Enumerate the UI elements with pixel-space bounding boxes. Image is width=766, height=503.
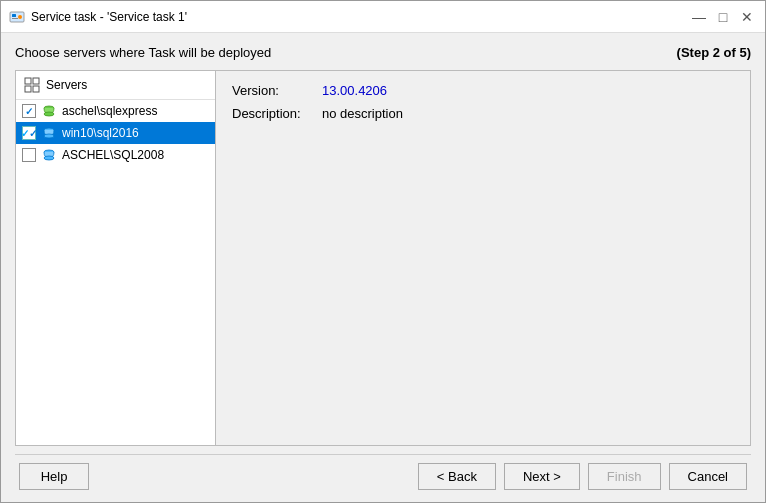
content-area: Choose servers where Task will be deploy… bbox=[1, 33, 765, 502]
svg-point-11 bbox=[44, 134, 54, 138]
description-value: no description bbox=[322, 106, 403, 121]
title-bar-left: Service task - 'Service task 1' bbox=[9, 9, 187, 25]
svg-point-9 bbox=[44, 112, 54, 116]
cancel-button[interactable]: Cancel bbox=[669, 463, 747, 490]
server-checkbox-3[interactable] bbox=[22, 148, 36, 162]
server-item[interactable]: aschel\sqlexpress bbox=[16, 100, 215, 122]
svg-rect-6 bbox=[25, 86, 31, 92]
server-item-selected[interactable]: ✓ win10\sql2016 bbox=[16, 122, 215, 144]
main-window: Service task - 'Service task 1' — □ ✕ Ch… bbox=[0, 0, 766, 503]
server-list-header: Servers bbox=[16, 71, 215, 100]
service-task-icon bbox=[9, 9, 25, 25]
detail-panel: Version: 13.00.4206 Description: no desc… bbox=[216, 71, 750, 445]
bottom-left: Help bbox=[19, 463, 89, 490]
server-list-panel: Servers aschel\sqlexpress bbox=[16, 71, 216, 445]
server-db-icon-3 bbox=[41, 147, 57, 163]
instruction-text: Choose servers where Task will be deploy… bbox=[15, 45, 271, 60]
next-button[interactable]: Next > bbox=[504, 463, 580, 490]
server-item-3[interactable]: ASCHEL\SQL2008 bbox=[16, 144, 215, 166]
server-db-icon-1 bbox=[41, 103, 57, 119]
close-button[interactable]: ✕ bbox=[737, 7, 757, 27]
server-checkbox-1[interactable] bbox=[22, 104, 36, 118]
bottom-right: < Back Next > Finish Cancel bbox=[418, 463, 747, 490]
step-indicator: (Step 2 of 5) bbox=[677, 45, 751, 60]
version-value: 13.00.4206 bbox=[322, 83, 387, 98]
title-controls: — □ ✕ bbox=[689, 7, 757, 27]
server-name-3: ASCHEL\SQL2008 bbox=[62, 148, 164, 162]
version-label: Version: bbox=[232, 83, 322, 98]
top-bar: Choose servers where Task will be deploy… bbox=[15, 45, 751, 60]
description-label: Description: bbox=[232, 106, 322, 121]
svg-rect-5 bbox=[33, 78, 39, 84]
back-button[interactable]: < Back bbox=[418, 463, 496, 490]
finish-button[interactable]: Finish bbox=[588, 463, 661, 490]
servers-header-icon bbox=[24, 77, 40, 93]
version-row: Version: 13.00.4206 bbox=[232, 83, 734, 98]
svg-rect-4 bbox=[25, 78, 31, 84]
svg-rect-3 bbox=[12, 18, 18, 19]
main-panel: Servers aschel\sqlexpress bbox=[15, 70, 751, 446]
bottom-bar: Help < Back Next > Finish Cancel bbox=[15, 454, 751, 494]
svg-point-13 bbox=[44, 156, 54, 160]
maximize-button[interactable]: □ bbox=[713, 7, 733, 27]
server-name-1: aschel\sqlexpress bbox=[62, 104, 157, 118]
svg-rect-1 bbox=[12, 14, 16, 17]
help-button[interactable]: Help bbox=[19, 463, 89, 490]
server-name-2: win10\sql2016 bbox=[62, 126, 139, 140]
window-title: Service task - 'Service task 1' bbox=[31, 10, 187, 24]
svg-point-2 bbox=[18, 15, 22, 19]
server-checkbox-2[interactable]: ✓ bbox=[22, 126, 36, 140]
server-db-icon-2 bbox=[41, 125, 57, 141]
description-row: Description: no description bbox=[232, 106, 734, 121]
minimize-button[interactable]: — bbox=[689, 7, 709, 27]
servers-label: Servers bbox=[46, 78, 87, 92]
server-items: aschel\sqlexpress ✓ bbox=[16, 100, 215, 445]
title-bar: Service task - 'Service task 1' — □ ✕ bbox=[1, 1, 765, 33]
svg-rect-7 bbox=[33, 86, 39, 92]
